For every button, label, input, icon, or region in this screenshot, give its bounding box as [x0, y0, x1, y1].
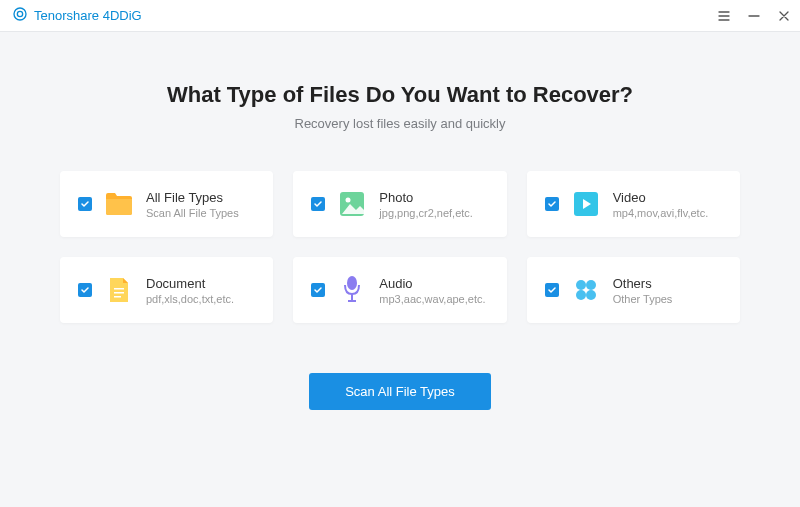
card-text: Document pdf,xls,doc,txt,etc.: [146, 276, 234, 305]
card-subtitle: jpg,png,cr2,nef,etc.: [379, 207, 473, 219]
card-subtitle: mp3,aac,wav,ape,etc.: [379, 293, 485, 305]
card-text: All File Types Scan All File Types: [146, 190, 239, 219]
photo-icon: [337, 189, 367, 219]
card-text: Video mp4,mov,avi,flv,etc.: [613, 190, 709, 219]
page-title: What Type of Files Do You Want to Recove…: [167, 82, 633, 108]
checkbox-icon[interactable]: [311, 197, 325, 211]
svg-point-13: [586, 290, 596, 300]
card-subtitle: Other Types: [613, 293, 673, 305]
titlebar: Tenorshare 4DDiG: [0, 0, 800, 32]
card-title: Audio: [379, 276, 485, 291]
page-subtitle: Recovery lost files easily and quickly: [295, 116, 506, 131]
svg-point-0: [14, 8, 26, 20]
brand: Tenorshare 4DDiG: [12, 6, 142, 26]
card-subtitle: pdf,xls,doc,txt,etc.: [146, 293, 234, 305]
main-content: What Type of Files Do You Want to Recove…: [0, 32, 800, 440]
svg-rect-5: [114, 292, 124, 294]
audio-icon: [337, 275, 367, 305]
card-document[interactable]: Document pdf,xls,doc,txt,etc.: [60, 257, 273, 323]
minimize-icon[interactable]: [746, 8, 762, 24]
card-title: Video: [613, 190, 709, 205]
folder-icon: [104, 189, 134, 219]
menu-icon[interactable]: [716, 8, 732, 24]
file-type-grid: All File Types Scan All File Types Photo…: [60, 171, 740, 323]
card-video[interactable]: Video mp4,mov,avi,flv,etc.: [527, 171, 740, 237]
checkbox-icon[interactable]: [545, 197, 559, 211]
document-icon: [104, 275, 134, 305]
svg-point-11: [586, 280, 596, 290]
svg-rect-4: [114, 288, 124, 290]
video-icon: [571, 189, 601, 219]
svg-point-10: [576, 280, 586, 290]
checkbox-icon[interactable]: [545, 283, 559, 297]
window-controls: [716, 8, 792, 24]
card-text: Others Other Types: [613, 276, 673, 305]
others-icon: [571, 275, 601, 305]
scan-button[interactable]: Scan All File Types: [309, 373, 491, 410]
card-title: Document: [146, 276, 234, 291]
card-title: Others: [613, 276, 673, 291]
checkbox-icon[interactable]: [78, 283, 92, 297]
card-text: Photo jpg,png,cr2,nef,etc.: [379, 190, 473, 219]
card-title: Photo: [379, 190, 473, 205]
card-title: All File Types: [146, 190, 239, 205]
card-audio[interactable]: Audio mp3,aac,wav,ape,etc.: [293, 257, 506, 323]
svg-point-7: [347, 276, 357, 290]
card-others[interactable]: Others Other Types: [527, 257, 740, 323]
app-name: Tenorshare 4DDiG: [34, 8, 142, 23]
card-subtitle: Scan All File Types: [146, 207, 239, 219]
svg-point-2: [346, 198, 351, 203]
close-icon[interactable]: [776, 8, 792, 24]
checkbox-icon[interactable]: [78, 197, 92, 211]
checkbox-icon[interactable]: [311, 283, 325, 297]
brand-logo-icon: [12, 6, 28, 26]
card-subtitle: mp4,mov,avi,flv,etc.: [613, 207, 709, 219]
card-all-file-types[interactable]: All File Types Scan All File Types: [60, 171, 273, 237]
svg-rect-6: [114, 296, 121, 298]
card-photo[interactable]: Photo jpg,png,cr2,nef,etc.: [293, 171, 506, 237]
svg-point-12: [576, 290, 586, 300]
card-text: Audio mp3,aac,wav,ape,etc.: [379, 276, 485, 305]
